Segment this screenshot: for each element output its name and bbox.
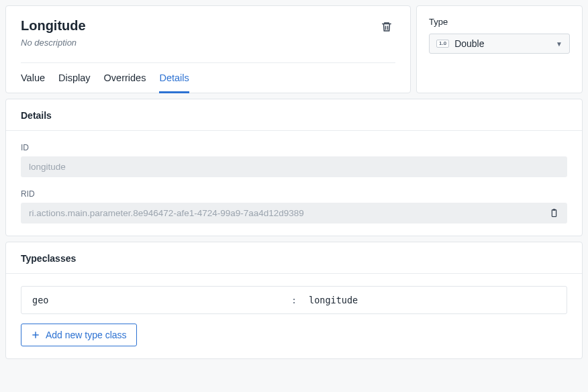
chevron-down-icon: ▼ bbox=[556, 40, 562, 48]
rid-value: ri.actions.main.parameter.8e946472-afe1-… bbox=[29, 208, 304, 218]
typeclasses-section-title: Typeclasses bbox=[6, 242, 582, 273]
typeclass-row: geo : longitude bbox=[21, 286, 567, 314]
rid-field: ri.actions.main.parameter.8e946472-afe1-… bbox=[21, 203, 567, 224]
typeclass-value: longitude bbox=[309, 295, 556, 305]
tab-display[interactable]: Display bbox=[58, 63, 91, 93]
add-typeclass-label: Add new type class bbox=[46, 330, 127, 340]
tab-details[interactable]: Details bbox=[159, 63, 189, 93]
type-panel: Type 1.0 Double ▼ bbox=[416, 5, 583, 93]
description-text: No description bbox=[21, 38, 86, 48]
typeclass-key: geo bbox=[32, 295, 279, 305]
id-value: longitude bbox=[29, 162, 66, 172]
svg-rect-0 bbox=[552, 210, 556, 217]
header-panel: Longitude No description Value Display O… bbox=[5, 5, 411, 93]
svg-rect-1 bbox=[553, 209, 556, 211]
details-section-title: Details bbox=[6, 99, 582, 130]
type-select[interactable]: 1.0 Double ▼ bbox=[429, 34, 570, 54]
type-badge-icon: 1.0 bbox=[436, 40, 449, 48]
typeclass-colon: : bbox=[279, 295, 309, 305]
details-section: Details ID longitude RID ri.actions.main… bbox=[5, 99, 583, 236]
plus-icon bbox=[31, 330, 40, 340]
type-label: Type bbox=[429, 17, 570, 27]
clipboard-icon bbox=[549, 208, 559, 218]
tab-overrides[interactable]: Overrides bbox=[104, 63, 146, 93]
rid-label: RID bbox=[21, 189, 567, 199]
add-typeclass-button[interactable]: Add new type class bbox=[21, 324, 137, 346]
id-field: longitude bbox=[21, 156, 567, 177]
type-select-value: Double bbox=[454, 38, 484, 49]
id-label: ID bbox=[21, 143, 567, 152]
page-title: Longitude bbox=[21, 18, 86, 34]
trash-icon bbox=[381, 21, 393, 33]
tabs: Value Display Overrides Details bbox=[21, 62, 395, 93]
copy-rid-button[interactable] bbox=[549, 208, 559, 218]
tab-value[interactable]: Value bbox=[21, 63, 45, 93]
delete-button[interactable] bbox=[378, 18, 395, 36]
typeclasses-section: Typeclasses geo : longitude Add new type… bbox=[5, 242, 583, 359]
